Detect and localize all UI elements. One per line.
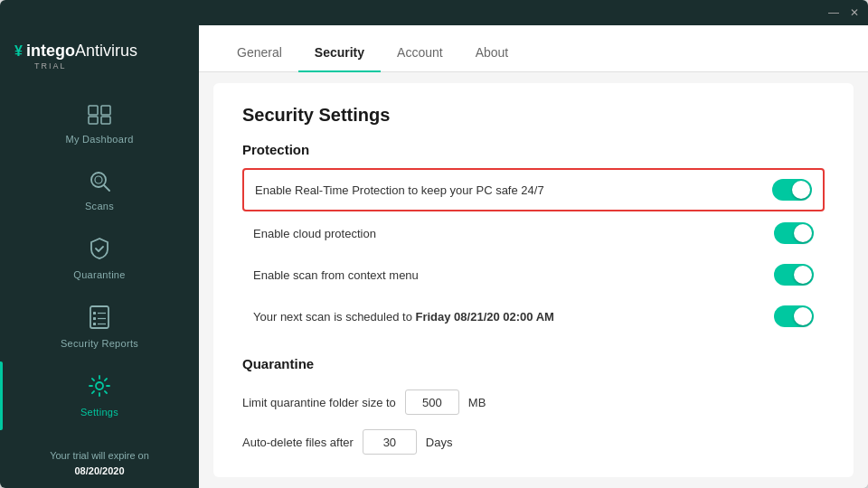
tab-security[interactable]: Security	[298, 45, 381, 72]
sidebar-item-settings[interactable]: Settings	[0, 361, 199, 430]
quarantine-delete-row: Auto-delete files after Days	[242, 422, 825, 462]
logo-area: ¥ integoAntivirus TRIAL	[0, 25, 199, 83]
realtime-label: Enable Real-Time Protection to keep your…	[255, 183, 544, 197]
schedule-row: Your next scan is scheduled to Friday 08…	[242, 296, 825, 336]
sidebar-nav: My Dashboard Scans	[0, 83, 199, 430]
protection-section: Protection Enable Real-Time Protection t…	[242, 142, 825, 336]
logo-text: integoAntivirus	[26, 42, 137, 61]
trial-badge: TRIAL	[34, 61, 67, 70]
trial-info: Your trial will expire on 08/20/2020	[39, 441, 160, 485]
sidebar-item-scans[interactable]: Scans	[0, 157, 199, 224]
reports-icon	[90, 305, 109, 334]
svg-rect-12	[93, 323, 96, 325]
sidebar-item-dashboard[interactable]: My Dashboard	[0, 92, 199, 157]
svg-rect-1	[101, 106, 110, 115]
logo-icon: ¥	[14, 43, 23, 60]
logo: ¥ integoAntivirus	[14, 42, 137, 61]
realtime-toggle[interactable]	[772, 179, 812, 201]
cloud-protection-row: Enable cloud protection	[242, 213, 825, 253]
svg-point-6	[95, 176, 102, 183]
cloud-label: Enable cloud protection	[253, 227, 376, 240]
svg-rect-3	[101, 117, 110, 124]
schedule-toggle[interactable]	[774, 305, 814, 327]
quarantine-delete-unit: Days	[426, 436, 453, 449]
quarantine-delete-input[interactable]	[363, 429, 417, 455]
context-menu-row: Enable scan from context menu	[242, 255, 825, 295]
quarantine-icon	[89, 237, 110, 266]
tab-general[interactable]: General	[221, 45, 298, 72]
context-label: Enable scan from context menu	[253, 268, 419, 282]
toggle-thumb	[792, 181, 810, 199]
tab-account[interactable]: Account	[381, 45, 459, 72]
quarantine-section: Quarantine Limit quarantine folder size …	[242, 356, 825, 462]
cloud-toggle[interactable]	[774, 222, 814, 244]
content-area: General Security Account About Security …	[199, 25, 868, 488]
main-layout: ¥ integoAntivirus TRIAL	[0, 25, 868, 488]
svg-point-14	[96, 382, 103, 389]
settings-icon	[88, 374, 111, 403]
tab-about[interactable]: About	[459, 45, 525, 72]
settings-content: Security Settings Protection Enable Real…	[213, 83, 854, 477]
protection-heading: Protection	[242, 142, 825, 157]
quarantine-heading: Quarantine	[242, 356, 825, 371]
quarantine-delete-label: Auto-delete files after	[242, 436, 354, 449]
minimize-button[interactable]: —	[828, 6, 839, 19]
svg-rect-2	[89, 117, 98, 124]
quarantine-size-input[interactable]	[405, 389, 459, 415]
close-button[interactable]: ✕	[850, 6, 859, 19]
sidebar-item-quarantine[interactable]: Quarantine	[0, 224, 199, 293]
svg-rect-0	[89, 106, 98, 115]
titlebar: — ✕	[0, 0, 868, 25]
svg-rect-8	[93, 312, 96, 314]
quarantine-size-label: Limit quarantine folder size to	[242, 396, 396, 409]
quarantine-size-unit: MB	[468, 396, 486, 409]
sidebar-item-reports[interactable]: Security Reports	[0, 293, 199, 361]
svg-line-5	[104, 185, 109, 191]
svg-rect-10	[93, 317, 96, 320]
quarantine-size-row: Limit quarantine folder size to MB	[242, 382, 825, 422]
sidebar: ¥ integoAntivirus TRIAL	[0, 25, 199, 488]
settings-label: Settings	[80, 407, 118, 418]
toggle-thumb	[794, 266, 812, 284]
toggle-thumb	[794, 307, 812, 325]
page-title: Security Settings	[242, 105, 825, 126]
context-toggle[interactable]	[774, 264, 814, 286]
toggle-thumb	[794, 224, 812, 242]
dashboard-label: My Dashboard	[65, 134, 133, 145]
schedule-label: Your next scan is scheduled to Friday 08…	[253, 310, 554, 324]
scans-label: Scans	[85, 201, 114, 211]
window-controls: — ✕	[828, 6, 859, 19]
reports-label: Security Reports	[61, 338, 138, 349]
quarantine-label: Quarantine	[73, 269, 125, 280]
scans-icon	[89, 170, 110, 197]
dashboard-icon	[88, 105, 111, 130]
tab-bar: General Security Account About	[199, 25, 868, 72]
realtime-protection-row: Enable Real-Time Protection to keep your…	[242, 168, 825, 211]
main-window: — ✕ ¥ integoAntivirus TRIAL	[0, 0, 868, 488]
